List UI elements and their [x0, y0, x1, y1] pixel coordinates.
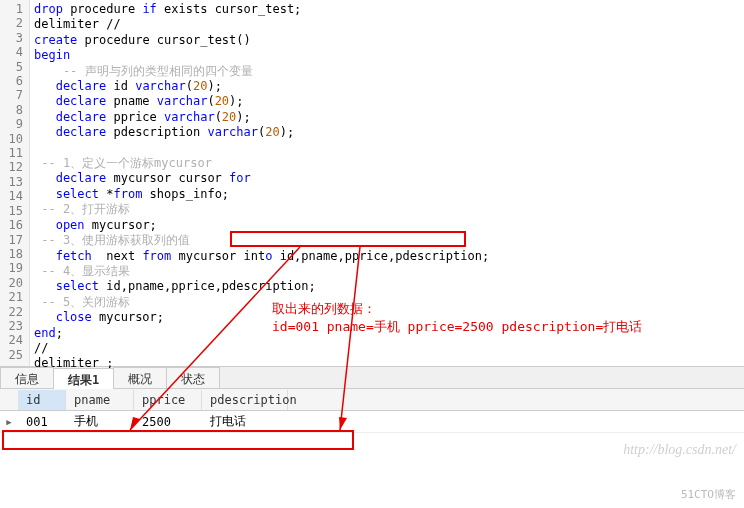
- grid-header-pprice[interactable]: pprice: [134, 390, 202, 410]
- watermark-url: http://blog.csdn.net/: [623, 442, 736, 458]
- line-num: 8: [0, 103, 23, 117]
- line-gutter: 1 2 3 4 5 6 7 8 9 10 11 12 13 14 15 16 1…: [0, 0, 30, 366]
- tab-info[interactable]: 信息: [0, 367, 54, 388]
- line-num: 21: [0, 290, 23, 304]
- line-num: 6: [0, 74, 23, 88]
- grid-header-pdescription[interactable]: pdescription: [202, 390, 288, 410]
- line-num: 25: [0, 348, 23, 362]
- line-num: 14: [0, 189, 23, 203]
- line-num: 16: [0, 218, 23, 232]
- line-num: 10: [0, 132, 23, 146]
- line-num: 19: [0, 261, 23, 275]
- line-num: 13: [0, 175, 23, 189]
- cell-id[interactable]: 001: [18, 412, 66, 432]
- annotation-line2: id=001 pname=手机 pprice=2500 pdescription…: [272, 318, 642, 336]
- highlight-box-row: [2, 430, 354, 450]
- grid-header: id pname pprice pdescription: [0, 389, 744, 411]
- line-num: 23: [0, 319, 23, 333]
- line-num-fold[interactable]: 4: [0, 45, 23, 59]
- cell-pprice[interactable]: 2500: [134, 412, 202, 432]
- line-num: 15: [0, 204, 23, 218]
- line-num: 17: [0, 233, 23, 247]
- line-num: 2: [0, 16, 23, 30]
- grid-header-pname[interactable]: pname: [66, 390, 134, 410]
- line-num: 11: [0, 146, 23, 160]
- line-num: 20: [0, 276, 23, 290]
- tab-result1[interactable]: 结果1: [53, 368, 114, 389]
- line-num: 22: [0, 305, 23, 319]
- grid-header-id[interactable]: id: [18, 390, 66, 410]
- annotation-text: 取出来的列数据： id=001 pname=手机 pprice=2500 pde…: [272, 300, 642, 336]
- line-num: 24: [0, 333, 23, 347]
- tab-profile[interactable]: 概况: [113, 367, 167, 388]
- result-tabs: 信息 结果1 概况 状态: [0, 367, 744, 389]
- tab-status[interactable]: 状态: [166, 367, 220, 388]
- line-num: 7: [0, 88, 23, 102]
- line-num: 12: [0, 160, 23, 174]
- line-num: 1: [0, 2, 23, 16]
- annotation-line1: 取出来的列数据：: [272, 300, 642, 318]
- line-num: 18: [0, 247, 23, 261]
- line-num: 5: [0, 60, 23, 74]
- line-num: 9: [0, 117, 23, 131]
- watermark-brand: 51CTO博客: [681, 487, 736, 502]
- line-num: 3: [0, 31, 23, 45]
- highlight-box-fetch: [230, 231, 466, 247]
- result-grid: id pname pprice pdescription ▶ 001 手机 25…: [0, 389, 744, 433]
- row-indicator-icon: ▶: [0, 417, 18, 427]
